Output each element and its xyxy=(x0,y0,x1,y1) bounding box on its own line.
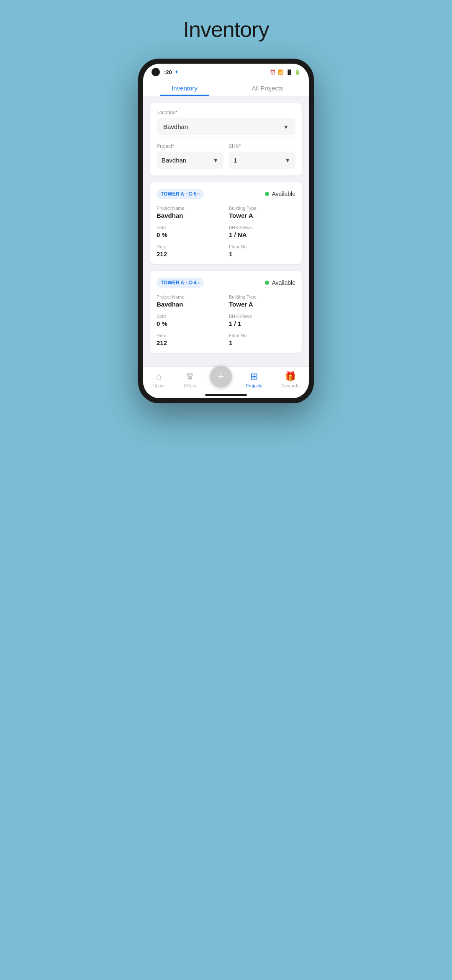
card-2-header: TOWER A - C-4 › Available xyxy=(157,278,295,288)
status-left: :20 ✦ xyxy=(152,68,178,76)
location-label: Location* xyxy=(157,110,295,116)
field-floor-no-2: Floor No. 1 xyxy=(229,333,295,346)
nav-label-projects: Projects xyxy=(246,383,262,388)
nav-item-rewards[interactable]: 🎁 Rewards xyxy=(276,371,304,388)
field-project-name-1: Project Name Bavdhan xyxy=(157,206,223,219)
field-rera-1: Rera 212 xyxy=(157,244,223,258)
phone-screen: :20 ✦ ⏰ 📶 ▐▌ 🔋 Inventory All Projects xyxy=(143,64,309,398)
status-dot-2 xyxy=(265,281,269,285)
location-chevron-icon: ▼ xyxy=(283,124,289,130)
nav-label-rewards: Rewards xyxy=(281,383,299,388)
nav-label-offers: Offers xyxy=(184,383,196,388)
wifi-icon: 📶 xyxy=(278,70,284,75)
home-indicator xyxy=(143,392,309,398)
bhk-label: BHK* xyxy=(229,143,295,149)
field-sold-2: Sold 0 % xyxy=(157,314,223,327)
content-area: Location* Bavdhan ▼ Project* Bavdhan ▼ xyxy=(143,96,309,366)
offers-icon: ♛ xyxy=(186,371,194,382)
page-wrapper: Inventory :20 ✦ ⏰ 📶 ▐▌ 🔋 I xyxy=(126,0,326,412)
inventory-card-1[interactable]: TOWER A - C-5 › Available Project Name B… xyxy=(150,182,302,264)
bottom-nav: ⌂ Home ♛ Offers + ⊞ Projects 🎁 Rewards xyxy=(143,366,309,392)
card-1-header: TOWER A - C-5 › Available xyxy=(157,189,295,199)
alarm-icon: ⏰ xyxy=(270,70,276,75)
tower-badge-2[interactable]: TOWER A - C-4 › xyxy=(157,278,204,288)
field-rera-2: Rera 212 xyxy=(157,333,223,346)
status-dot-1 xyxy=(265,192,269,196)
status-bar: :20 ✦ ⏰ 📶 ▐▌ 🔋 xyxy=(143,64,309,79)
field-bhk-views-2: BHK/Views 1 / 1 xyxy=(229,314,295,327)
bluetooth-icon: ✦ xyxy=(175,70,178,75)
page-title: Inventory xyxy=(183,17,269,42)
rewards-icon: 🎁 xyxy=(285,371,296,382)
field-building-type-2: Building Type Tower A xyxy=(229,294,295,308)
field-bhk-views-1: BHK/Views 1 / NA xyxy=(229,225,295,238)
inventory-card-2[interactable]: TOWER A - C-4 › Available Project Name B… xyxy=(150,271,302,353)
project-label: Project* xyxy=(157,143,223,149)
project-chevron-icon: ▼ xyxy=(213,157,218,164)
projects-icon: ⊞ xyxy=(250,371,258,382)
home-icon: ⌂ xyxy=(156,371,162,382)
status-right: ⏰ 📶 ▐▌ 🔋 xyxy=(270,70,300,75)
status-available-1: Available xyxy=(265,191,295,197)
card-2-grid: Project Name Bavdhan Building Type Tower… xyxy=(157,294,295,346)
field-floor-no-1: Floor No. 1 xyxy=(229,244,295,258)
nav-item-home[interactable]: ⌂ Home xyxy=(148,371,170,388)
location-select[interactable]: Bavdhan ▼ xyxy=(157,118,295,135)
bhk-chevron-icon: ▼ xyxy=(285,157,290,164)
camera-hole xyxy=(152,68,160,76)
tower-arrow-icon: › xyxy=(198,191,200,196)
tower-2-arrow-icon: › xyxy=(198,280,200,285)
plus-icon: + xyxy=(218,370,224,383)
card-1-grid: Project Name Bavdhan Building Type Tower… xyxy=(157,206,295,258)
field-sold-1: Sold 0 % xyxy=(157,225,223,238)
signal-icon: ▐▌ xyxy=(286,70,293,75)
battery-icon: 🔋 xyxy=(295,70,300,75)
nav-add-button[interactable]: + xyxy=(210,366,232,387)
project-select[interactable]: Bavdhan ▼ xyxy=(157,152,223,169)
tab-all-projects[interactable]: All Projects xyxy=(226,79,309,96)
field-project-name-2: Project Name Bavdhan xyxy=(157,294,223,308)
project-col: Project* Bavdhan ▼ xyxy=(157,143,223,169)
filter-card: Location* Bavdhan ▼ Project* Bavdhan ▼ xyxy=(150,103,302,175)
bhk-select[interactable]: 1 ▼ xyxy=(229,152,295,169)
home-bar xyxy=(205,394,247,396)
tab-inventory[interactable]: Inventory xyxy=(143,79,226,96)
field-building-type-1: Building Type Tower A xyxy=(229,206,295,219)
phone-frame: :20 ✦ ⏰ 📶 ▐▌ 🔋 Inventory All Projects xyxy=(138,59,314,403)
tower-badge-1[interactable]: TOWER A - C-5 › xyxy=(157,189,204,199)
nav-item-projects[interactable]: ⊞ Projects xyxy=(241,371,267,388)
location-underline xyxy=(157,137,295,137)
nav-item-offers[interactable]: ♛ Offers xyxy=(179,371,201,388)
filter-row: Project* Bavdhan ▼ BHK* 1 ▼ xyxy=(157,143,295,169)
nav-label-home: Home xyxy=(153,383,165,388)
tabs-container: Inventory All Projects xyxy=(143,79,309,96)
bhk-col: BHK* 1 ▼ xyxy=(229,143,295,169)
status-time: :20 xyxy=(164,69,172,75)
status-available-2: Available xyxy=(265,279,295,286)
